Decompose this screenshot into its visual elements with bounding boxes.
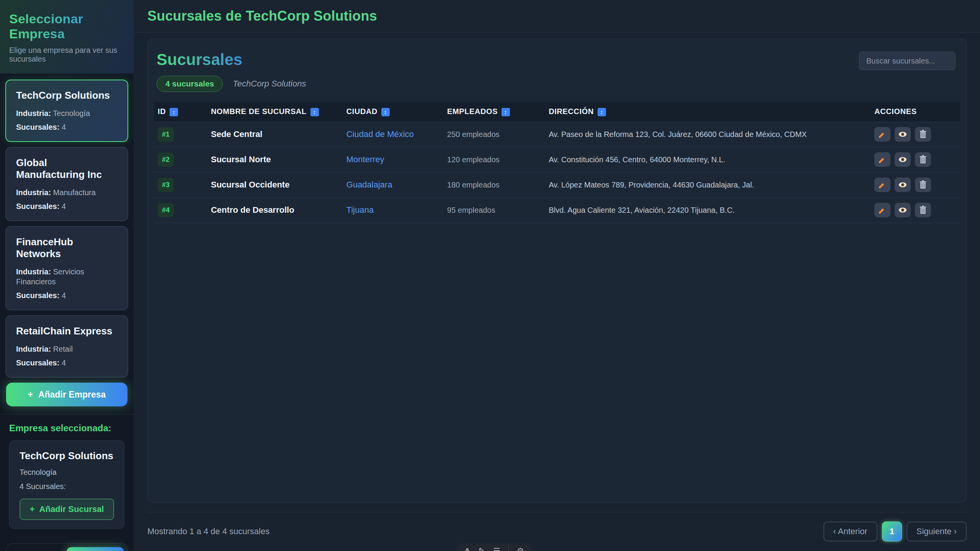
delete-button[interactable] xyxy=(915,152,931,167)
company-card-financehub[interactable]: FinanceHub Networks Industria: Servicios… xyxy=(5,226,128,310)
trash-icon xyxy=(918,180,928,190)
employees-count: 95 empleados xyxy=(443,197,545,223)
pen-icon[interactable]: ✎ xyxy=(478,547,485,551)
toolbar-divider xyxy=(508,543,509,551)
eye-icon xyxy=(898,155,908,165)
page-header: Sucursales de TechCorp Solutions xyxy=(134,0,980,33)
trash-icon xyxy=(918,129,928,139)
column-label: NOMBRE DE SUCURSAL xyxy=(211,107,307,116)
view-button[interactable] xyxy=(895,178,911,192)
search-input[interactable] xyxy=(859,52,956,70)
column-header-employees[interactable]: EMPLEADOS↕ xyxy=(443,102,545,122)
row-actions xyxy=(874,178,956,192)
gear-icon[interactable]: ⚙ xyxy=(517,547,524,551)
table-row: #3 Sucursal Occidente Guadalajara 180 em… xyxy=(154,172,960,197)
company-industry: Industria: Servicios Financieros xyxy=(16,267,118,287)
branches-value: 4 xyxy=(62,359,66,367)
sort-icon[interactable]: ↕ xyxy=(170,108,178,116)
column-header-city[interactable]: CIUDAD↕ xyxy=(343,102,443,122)
company-name: Global Manufacturing Inc xyxy=(16,157,118,181)
row-id-badge: #2 xyxy=(158,153,174,167)
branch-name: Sucursal Occidente xyxy=(207,172,343,197)
row-actions xyxy=(874,127,956,142)
industry-label: Industria: xyxy=(16,188,51,197)
delete-button[interactable] xyxy=(915,203,931,217)
branch-name: Centro de Desarrollo xyxy=(207,197,343,223)
previous-page-button[interactable]: ‹ Anterior xyxy=(823,522,877,541)
delete-button[interactable] xyxy=(915,127,931,142)
city-link[interactable]: Tijuana xyxy=(346,205,374,215)
company-industry: Industria: Tecnología xyxy=(16,108,118,118)
branch-address: Av. Constitución 456, Centro, 64000 Mont… xyxy=(545,147,871,172)
view-button[interactable] xyxy=(895,127,911,142)
branch-management-button[interactable]: Gestión de Sucursales xyxy=(67,547,124,551)
city-link[interactable]: Ciudad de México xyxy=(346,129,414,139)
floating-toolbar[interactable]: A ✎ ☰ ⚙ xyxy=(456,543,532,551)
trash-icon xyxy=(918,205,928,215)
industry-value: Manufactura xyxy=(53,188,96,197)
sort-icon[interactable]: ↕ xyxy=(310,108,319,116)
branches-label: Sucursales: xyxy=(16,291,59,300)
add-company-button[interactable]: + Añadir Empresa xyxy=(6,383,127,406)
branches-table: ID↕ NOMBRE DE SUCURSAL↕ CIUDAD↕ EMPLEADO… xyxy=(154,102,960,223)
font-icon[interactable]: A xyxy=(464,547,470,551)
view-toggle: Vista de Mapa Gestión de Sucursales xyxy=(6,543,127,551)
sort-icon[interactable]: ↕ xyxy=(381,108,390,116)
industry-value: Retail xyxy=(53,345,73,353)
next-page-button[interactable]: Siguiente › xyxy=(906,522,967,541)
add-company-label: Añadir Empresa xyxy=(38,390,106,400)
view-button[interactable] xyxy=(895,203,911,217)
company-note: TechCorp Solutions xyxy=(233,79,306,89)
company-card-global-manufacturing[interactable]: Global Manufacturing Inc Industria: Manu… xyxy=(5,147,128,221)
content-area: Sucursales 4 sucursales TechCorp Solutio… xyxy=(134,33,980,551)
city-link[interactable]: Guadalajara xyxy=(346,180,392,189)
company-card-retailchain[interactable]: RetailChain Express Industria: Retail Su… xyxy=(5,315,128,378)
city-link[interactable]: Monterrey xyxy=(346,155,384,164)
company-list: TechCorp Solutions Industria: Tecnología… xyxy=(0,73,134,383)
sidebar-subtitle: Elige una empresa para ver sus sucursale… xyxy=(9,46,124,64)
map-view-button[interactable]: Vista de Mapa xyxy=(10,547,64,551)
app-window: Seleccionar Empresa Elige una empresa pa… xyxy=(0,0,980,551)
delete-button[interactable] xyxy=(915,178,931,192)
branches-value: 4 xyxy=(62,123,66,131)
main-area: Sucursales de TechCorp Solutions Sucursa… xyxy=(134,0,980,551)
column-label: ACCIONES xyxy=(874,107,916,116)
column-header-name[interactable]: NOMBRE DE SUCURSAL↕ xyxy=(207,102,343,122)
column-header-id[interactable]: ID↕ xyxy=(154,102,207,122)
branch-name: Sucursal Norte xyxy=(207,147,343,172)
selected-company-heading: Empresa seleccionada: xyxy=(9,423,124,434)
sort-icon[interactable]: ↕ xyxy=(501,108,510,116)
edit-button[interactable] xyxy=(874,152,890,167)
selected-company-section: Empresa seleccionada: TechCorp Solutions… xyxy=(0,414,134,536)
sidebar-title: Seleccionar Empresa xyxy=(9,11,124,41)
company-card-techcorp[interactable]: TechCorp Solutions Industria: Tecnología… xyxy=(5,80,128,142)
company-sidebar: Seleccionar Empresa Elige una empresa pa… xyxy=(0,0,134,551)
branches-label: Sucursales: xyxy=(16,123,59,131)
add-branch-button[interactable]: + Añadir Sucursal xyxy=(20,499,114,520)
industry-label: Industria: xyxy=(16,109,51,117)
company-branch-count: Sucursales: 4 xyxy=(16,122,118,132)
showing-text: Mostrando 1 a 4 de 4 sucursales xyxy=(147,527,270,536)
edit-button[interactable] xyxy=(874,127,890,142)
column-header-address[interactable]: DIRECCIÓN↕ xyxy=(545,102,871,122)
employees-count: 120 empleados xyxy=(443,147,545,172)
selected-company-name: TechCorp Solutions xyxy=(20,450,114,462)
pencil-icon xyxy=(877,155,887,165)
row-id-badge: #3 xyxy=(158,178,174,192)
table-row: #1 Sede Central Ciudad de México 250 emp… xyxy=(154,122,960,147)
branches-label: Sucursales: xyxy=(16,202,59,210)
selected-company-branches: 4 Sucursales: xyxy=(20,482,114,491)
edit-button[interactable] xyxy=(874,203,890,217)
view-button[interactable] xyxy=(895,152,911,167)
row-actions xyxy=(874,203,956,217)
industry-value: Tecnología xyxy=(53,109,90,117)
company-name: RetailChain Express xyxy=(16,325,118,337)
panel-subrow: 4 sucursales TechCorp Solutions xyxy=(157,76,960,92)
branch-count-badge: 4 sucursales xyxy=(157,76,223,92)
edit-button[interactable] xyxy=(874,178,890,192)
column-label: DIRECCIÓN xyxy=(549,107,594,116)
current-page-button[interactable]: 1 xyxy=(882,522,902,541)
sort-icon[interactable]: ↕ xyxy=(598,108,606,116)
menu-icon[interactable]: ☰ xyxy=(493,547,500,551)
employees-count: 180 empleados xyxy=(443,172,545,197)
